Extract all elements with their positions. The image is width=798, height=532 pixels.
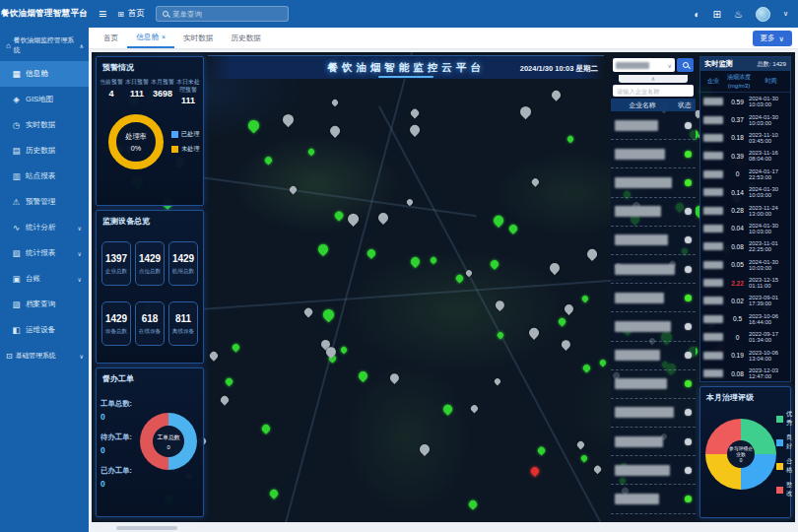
company-name-input[interactable]	[613, 85, 694, 97]
map-pin-online[interactable]	[260, 423, 271, 433]
map-pin-offline[interactable]	[530, 176, 541, 187]
tab-历史数据[interactable]: 历史数据	[222, 28, 269, 48]
close-icon[interactable]: ×	[162, 33, 166, 40]
sidebar-item-台账[interactable]: ▣台账∨	[0, 266, 89, 292]
realtime-row[interactable]: 0.282023-11-24 13:00:00	[700, 201, 790, 219]
map-pin-online[interactable]	[580, 453, 589, 462]
map-pin-offline[interactable]	[527, 326, 541, 340]
sidebar-item-实时数据[interactable]: ◷实时数据	[0, 112, 89, 138]
menu-toggle-icon[interactable]: ≡	[99, 6, 106, 22]
sidebar-item-站点报表[interactable]: ▥站点报表	[0, 164, 89, 189]
realtime-row[interactable]: 0.052024-01-30 10:03:00	[700, 256, 790, 274]
company-row[interactable]	[611, 399, 696, 428]
map-pin-offline[interactable]	[331, 98, 340, 106]
map-pin-online[interactable]	[582, 363, 592, 372]
map-pin-online[interactable]	[430, 256, 438, 265]
map-pin-online[interactable]	[263, 156, 273, 166]
sidebar-group-1[interactable]: ⌂餐饮油烟监控管理系统∧	[0, 28, 89, 61]
realtime-row[interactable]: 0.182023-11-10 03:45:00	[700, 129, 790, 147]
sidebar-group-2[interactable]: ⊡基础管理系统∨	[0, 343, 89, 366]
realtime-row[interactable]: 0.142024-01-30 10:03:00	[700, 183, 790, 201]
map-pin-online[interactable]	[492, 214, 505, 228]
map-pin-offline[interactable]	[302, 307, 313, 318]
theme-icon[interactable]: ◐	[694, 9, 699, 20]
sidebar-item-统计分析[interactable]: ∿统计分析∨	[0, 215, 89, 240]
map-pin-online[interactable]	[598, 358, 607, 366]
company-row[interactable]	[611, 227, 696, 255]
avatar[interactable]	[756, 7, 770, 22]
map-pin-online[interactable]	[557, 316, 566, 326]
company-row[interactable]	[611, 428, 696, 456]
map-pin-offline[interactable]	[418, 442, 432, 456]
map-canvas[interactable]: 餐饮油烟智能监控云平台 2024/1/30 10:03 星期二 预警情况 当前预…	[92, 52, 795, 522]
area-select[interactable]: ∨	[613, 58, 675, 72]
map-pin-offline[interactable]	[388, 371, 401, 384]
map-pin-offline[interactable]	[592, 465, 601, 474]
realtime-row[interactable]: 0.082023-11-01 22:25:00	[700, 237, 790, 255]
map-pin-offline[interactable]	[517, 103, 532, 118]
map-pin-online[interactable]	[321, 306, 336, 321]
company-search-button[interactable]	[677, 58, 694, 72]
map-pin-online[interactable]	[357, 369, 369, 382]
map-pin-offline[interactable]	[550, 89, 562, 100]
sidebar-item-GIS地图[interactable]: ◈GIS地图	[0, 87, 89, 112]
map-pin-online[interactable]	[536, 445, 545, 454]
realtime-row[interactable]: 2.222023-12-15 01:11:00	[700, 274, 790, 292]
company-row[interactable]	[611, 370, 696, 399]
map-pin-offline[interactable]	[576, 440, 586, 450]
map-pin-online[interactable]	[566, 134, 575, 143]
company-row[interactable]	[611, 255, 696, 284]
breadcrumb[interactable]: ⊞ 首页	[117, 8, 145, 20]
realtime-row[interactable]: 02024-01-17 22:53:00	[700, 166, 790, 183]
map-pin-offline[interactable]	[560, 338, 572, 351]
map-pin-online[interactable]	[246, 117, 261, 132]
realtime-row[interactable]: 0.022023-09-01 17:39:00	[700, 292, 790, 309]
map-pin-offline[interactable]	[289, 184, 299, 194]
map-pin-offline[interactable]	[376, 211, 390, 225]
realtime-row[interactable]: 02022-09-17 01:34:00	[700, 328, 790, 346]
company-row[interactable]	[611, 456, 696, 485]
map-pin-online[interactable]	[224, 377, 233, 387]
map-pin-offline[interactable]	[470, 404, 480, 414]
company-row[interactable]	[611, 284, 696, 312]
map-pin-offline[interactable]	[219, 394, 230, 405]
sidebar-item-档案查询[interactable]: ▨档案查询	[0, 292, 89, 317]
sidebar-item-运维设备[interactable]: ◧运维设备	[0, 317, 89, 343]
apps-icon[interactable]: ⊞	[713, 9, 721, 20]
realtime-row[interactable]: 0.192023-10-06 13:04:00	[700, 346, 790, 364]
realtime-row[interactable]: 0.592024-01-30 10:03:00	[700, 93, 790, 110]
map-pin-online[interactable]	[333, 210, 344, 221]
map-pin-offline[interactable]	[563, 302, 575, 315]
map-pin-offline[interactable]	[409, 107, 420, 118]
menu-search-input[interactable]	[172, 10, 282, 19]
map-pin-offline[interactable]	[208, 350, 220, 362]
map-pin-offline[interactable]	[548, 261, 562, 275]
sidebar-item-历史数据[interactable]: ▤历史数据	[0, 138, 89, 164]
map-pin-offline[interactable]	[494, 299, 506, 311]
map-pin-online[interactable]	[441, 404, 453, 416]
realtime-row[interactable]: 0.082023-12-03 12:47:00	[700, 365, 790, 381]
company-row[interactable]	[611, 140, 696, 168]
tab-首页[interactable]: 首页	[95, 28, 127, 48]
map-pin-online[interactable]	[307, 148, 316, 157]
company-row[interactable]	[611, 312, 696, 341]
map-pin-online[interactable]	[268, 488, 279, 499]
sidebar-item-预警管理[interactable]: ⚠预警管理	[0, 189, 89, 215]
company-row[interactable]	[611, 342, 696, 370]
map-pin-online[interactable]	[467, 499, 478, 510]
company-row[interactable]	[611, 168, 696, 197]
tab-实时数据[interactable]: 实时数据	[174, 28, 222, 48]
sidebar-item-统计报表[interactable]: ▧统计报表∨	[0, 240, 89, 266]
realtime-row[interactable]: 0.042024-01-30 10:03:00	[700, 220, 790, 237]
tab-信息舱[interactable]: 信息舱×	[127, 28, 174, 48]
company-row[interactable]	[611, 485, 696, 513]
realtime-row[interactable]: 0.392023-11-16 08:04:00	[700, 147, 790, 165]
map-pin-offline[interactable]	[280, 112, 295, 127]
map-pin-offline[interactable]	[494, 377, 502, 386]
map-pin-offline[interactable]	[465, 269, 474, 278]
realtime-row[interactable]: 0.52023-10-06 16:44:00	[700, 310, 790, 328]
map-pin-online[interactable]	[454, 274, 464, 284]
realtime-row[interactable]: 0.372024-01-30 10:03:00	[700, 110, 790, 128]
sidebar-item-信息舱[interactable]: ▦信息舱	[0, 61, 89, 87]
notification-icon[interactable]: ♨	[734, 9, 743, 20]
